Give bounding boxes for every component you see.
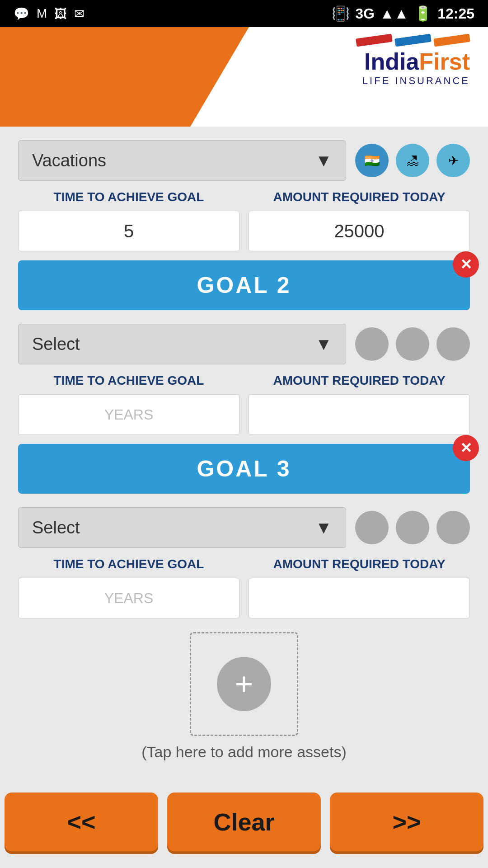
goal-2-icon-2: [396, 327, 429, 361]
status-bar: 💬 M 🖼 ✉ 📳 3G ▲▲ 🔋 12:25: [0, 0, 488, 27]
goal-1-dropdown-value: Vacations: [32, 151, 106, 170]
goal-1-dropdown-row: Vacations ▼ 🇮🇳 🏖 ✈: [18, 140, 470, 181]
goal-3-dropdown-row: Select ▼: [18, 507, 470, 548]
goal-2-dropdown-arrow: ▼: [315, 335, 332, 354]
brand-subtitle: LIFE INSURANCE: [362, 75, 470, 87]
goal-2-labels: TIME TO ACHIEVE GOAL AMOUNT REQUIRED TOD…: [18, 373, 470, 388]
add-assets-button[interactable]: +: [190, 632, 298, 736]
logo-bar-orange: [433, 34, 470, 47]
goal-2-time-label: TIME TO ACHIEVE GOAL: [18, 373, 239, 388]
gmail-icon: M: [37, 6, 47, 21]
goal-3-dropdown[interactable]: Select ▼: [18, 507, 346, 548]
goal-2-section: Select ▼ TIME TO ACHIEVE GOAL AMOUNT REQ…: [18, 324, 470, 435]
goal-2-close-button[interactable]: ✕: [453, 251, 479, 278]
goal-1-icon-plane: ✈: [436, 144, 470, 177]
goal-2-inputs: YEARS: [18, 394, 470, 435]
goal-3-icon-1: [355, 511, 389, 544]
goal-3-icon-2: [396, 511, 429, 544]
network-label: 3G: [355, 5, 375, 22]
add-assets-label: (Tap here to add more assets): [141, 743, 347, 761]
brand-name: IndiaFirst: [364, 48, 470, 75]
goal-2-amount-input[interactable]: [249, 394, 470, 435]
goal-2-dropdown-value: Select: [32, 335, 80, 354]
clear-button[interactable]: Clear: [167, 793, 321, 851]
goal-3-amount-label: AMOUNT REQUIRED TODAY: [249, 557, 470, 571]
header-orange-bg: [0, 27, 293, 127]
time-display: 12:25: [437, 5, 474, 22]
mail-icon: ✉: [74, 6, 84, 21]
goal-2-icon-1: [355, 327, 389, 361]
goal-1-dropdown[interactable]: Vacations ▼: [18, 140, 346, 181]
signal-icon: 📳: [332, 5, 350, 22]
goal-3-time-label: TIME TO ACHIEVE GOAL: [18, 557, 239, 571]
battery-icon: 🔋: [414, 5, 432, 22]
goal-3-dropdown-value: Select: [32, 518, 80, 538]
status-icons: 💬 M 🖼 ✉: [14, 6, 84, 21]
goal-2-time-input[interactable]: YEARS: [18, 394, 239, 435]
logo-bars: [356, 36, 470, 44]
goal-2-dropdown[interactable]: Select ▼: [18, 324, 346, 364]
plus-icon: +: [217, 657, 271, 711]
goal-1-labels: TIME TO ACHIEVE GOAL AMOUNT REQUIRED TOD…: [18, 190, 470, 204]
goal-1-inputs: 5 25000: [18, 211, 470, 251]
goal-1-icon-india: 🇮🇳: [355, 144, 389, 177]
goal-1-time-label: TIME TO ACHIEVE GOAL: [18, 190, 239, 204]
logo-bar-blue: [394, 34, 432, 47]
status-right: 📳 3G ▲▲ 🔋 12:25: [332, 5, 474, 22]
goal-3-button[interactable]: GOAL 3: [18, 444, 470, 494]
goal-2-amount-label: AMOUNT REQUIRED TODAY: [249, 373, 470, 388]
whatsapp-icon: 💬: [14, 6, 29, 21]
next-button[interactable]: >>: [330, 793, 483, 851]
goal-1-dropdown-arrow: ▼: [315, 151, 332, 170]
main-content: Vacations ▼ 🇮🇳 🏖 ✈ TIME TO ACHIEVE GOAL …: [0, 127, 488, 793]
goal-3-amount-input[interactable]: [249, 578, 470, 618]
add-assets-section: + (Tap here to add more assets): [18, 632, 470, 761]
goal-2-button[interactable]: GOAL 2: [18, 260, 470, 310]
goal-2-icons: [355, 327, 470, 361]
logo-bar-red: [356, 34, 393, 47]
goal-3-wrapper: GOAL 3 ✕: [18, 444, 470, 494]
goal-1-icon-beach: 🏖: [396, 144, 429, 177]
bottom-navigation: << Clear >>: [0, 793, 488, 868]
goal-1-icons: 🇮🇳 🏖 ✈: [355, 144, 470, 177]
goal-1-section: Vacations ▼ 🇮🇳 🏖 ✈ TIME TO ACHIEVE GOAL …: [18, 140, 470, 251]
goal-3-dropdown-arrow: ▼: [315, 518, 332, 538]
goal-3-icon-3: [436, 511, 470, 544]
goal-3-inputs: YEARS: [18, 578, 470, 618]
goal-1-amount-label: AMOUNT REQUIRED TODAY: [249, 190, 470, 204]
goal-2-icon-3: [436, 327, 470, 361]
signal-bars: ▲▲: [380, 5, 408, 22]
goal-1-amount-input[interactable]: 25000: [249, 211, 470, 251]
goal-1-time-input[interactable]: 5: [18, 211, 239, 251]
goal-3-labels: TIME TO ACHIEVE GOAL AMOUNT REQUIRED TOD…: [18, 557, 470, 571]
goal-3-time-input[interactable]: YEARS: [18, 578, 239, 618]
brand-logo: IndiaFirst LIFE INSURANCE: [356, 36, 470, 87]
goal-3-close-button[interactable]: ✕: [453, 435, 479, 461]
goal-3-section: Select ▼ TIME TO ACHIEVE GOAL AMOUNT REQ…: [18, 507, 470, 618]
app-header: IndiaFirst LIFE INSURANCE: [0, 27, 488, 127]
back-button[interactable]: <<: [5, 793, 158, 851]
goal-3-icons: [355, 511, 470, 544]
gallery-icon: 🖼: [54, 6, 67, 21]
goal-2-dropdown-row: Select ▼: [18, 324, 470, 364]
goal-2-wrapper: GOAL 2 ✕: [18, 260, 470, 310]
